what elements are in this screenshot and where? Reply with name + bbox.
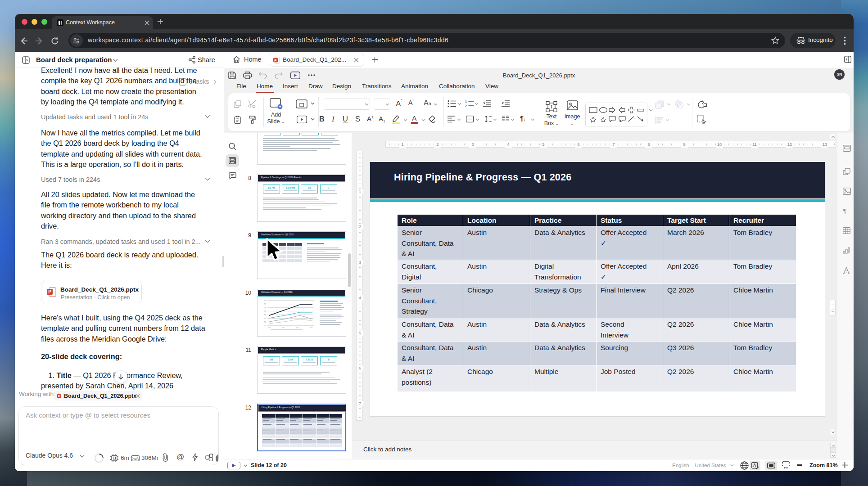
svg-text:T: T bbox=[550, 104, 553, 110]
svg-text:P: P bbox=[274, 58, 277, 63]
svg-text:2: 2 bbox=[465, 104, 467, 108]
svg-text:P: P bbox=[48, 289, 51, 294]
svg-text:1: 1 bbox=[465, 99, 467, 104]
svg-text:A: A bbox=[753, 463, 756, 468]
svg-text:¶: ¶ bbox=[843, 207, 846, 215]
svg-text:P: P bbox=[58, 394, 60, 398]
